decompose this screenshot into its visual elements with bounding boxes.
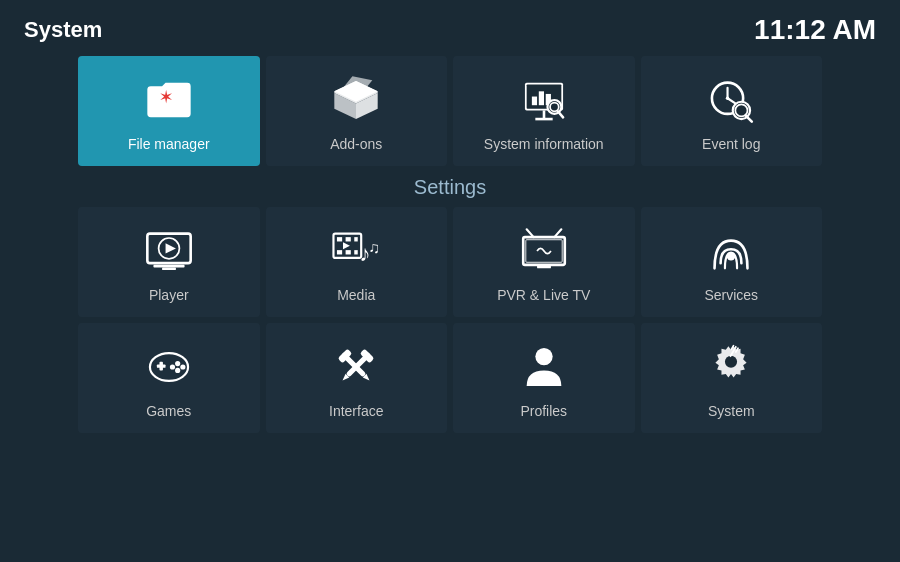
svg-rect-5	[170, 107, 184, 112]
svg-point-56	[170, 364, 175, 369]
services-icon	[705, 225, 757, 277]
games-icon	[143, 341, 195, 393]
system-icon	[705, 341, 757, 393]
profiles-icon	[518, 341, 570, 393]
event-log-icon	[705, 74, 757, 126]
games-label: Games	[146, 403, 191, 419]
file-manager-icon: ✶	[143, 74, 195, 126]
add-ons-icon	[330, 74, 382, 126]
svg-rect-37	[355, 237, 358, 241]
tile-system-information[interactable]: System information	[453, 56, 635, 166]
svg-rect-39	[346, 250, 351, 254]
system-info-icon	[518, 74, 570, 126]
tile-games[interactable]: Games	[78, 323, 260, 433]
svg-rect-36	[346, 237, 351, 241]
tile-add-ons[interactable]: Add-ons	[266, 56, 448, 166]
app-title: System	[24, 17, 102, 43]
svg-point-55	[175, 368, 180, 373]
svg-point-53	[175, 361, 180, 366]
settings-row-2: Games Interface	[0, 323, 900, 433]
settings-heading: Settings	[0, 176, 900, 199]
event-log-label: Event log	[702, 136, 760, 152]
media-label: Media	[337, 287, 375, 303]
svg-point-63	[535, 348, 552, 365]
tile-media[interactable]: ♪ ♫ Media	[266, 207, 448, 317]
clock: 11:12 AM	[754, 14, 876, 46]
player-label: Player	[149, 287, 189, 303]
svg-point-54	[180, 364, 185, 369]
svg-text:♫: ♫	[368, 239, 380, 256]
svg-marker-31	[165, 243, 175, 253]
media-icon: ♪ ♫	[330, 225, 382, 277]
svg-rect-40	[355, 250, 358, 254]
interface-icon	[330, 341, 382, 393]
pvr-icon	[518, 225, 570, 277]
svg-rect-0	[173, 95, 176, 107]
tile-system[interactable]: System	[641, 323, 823, 433]
svg-rect-14	[532, 97, 537, 106]
top-tiles-row: ✶ File manager Add-ons	[0, 56, 900, 166]
svg-rect-35	[337, 237, 342, 241]
system-info-label: System information	[484, 136, 604, 152]
tile-event-log[interactable]: Event log	[641, 56, 823, 166]
settings-row-1: Player ♪ ♫ Media	[0, 207, 900, 317]
svg-text:✶: ✶	[160, 89, 173, 105]
svg-line-21	[558, 111, 563, 117]
system-label: System	[708, 403, 755, 419]
svg-rect-48	[537, 265, 551, 268]
file-manager-label: File manager	[128, 136, 210, 152]
pvr-label: PVR & Live TV	[497, 287, 590, 303]
profiles-label: Profiles	[520, 403, 567, 419]
player-icon	[143, 225, 195, 277]
tile-profiles[interactable]: Profiles	[453, 323, 635, 433]
svg-rect-33	[162, 267, 176, 270]
svg-point-64	[725, 356, 737, 368]
tile-pvr-live-tv[interactable]: PVR & Live TV	[453, 207, 635, 317]
tile-interface[interactable]: Interface	[266, 323, 448, 433]
tile-file-manager[interactable]: ✶ File manager	[78, 56, 260, 166]
svg-marker-41	[343, 242, 350, 249]
header: System 11:12 AM	[0, 0, 900, 56]
tile-services[interactable]: Services	[641, 207, 823, 317]
svg-rect-15	[539, 91, 544, 105]
svg-rect-38	[337, 250, 342, 254]
services-label: Services	[704, 287, 758, 303]
svg-rect-32	[153, 265, 184, 268]
svg-rect-52	[159, 362, 162, 371]
add-ons-label: Add-ons	[330, 136, 382, 152]
interface-label: Interface	[329, 403, 383, 419]
svg-line-25	[728, 98, 736, 103]
tile-player[interactable]: Player	[78, 207, 260, 317]
